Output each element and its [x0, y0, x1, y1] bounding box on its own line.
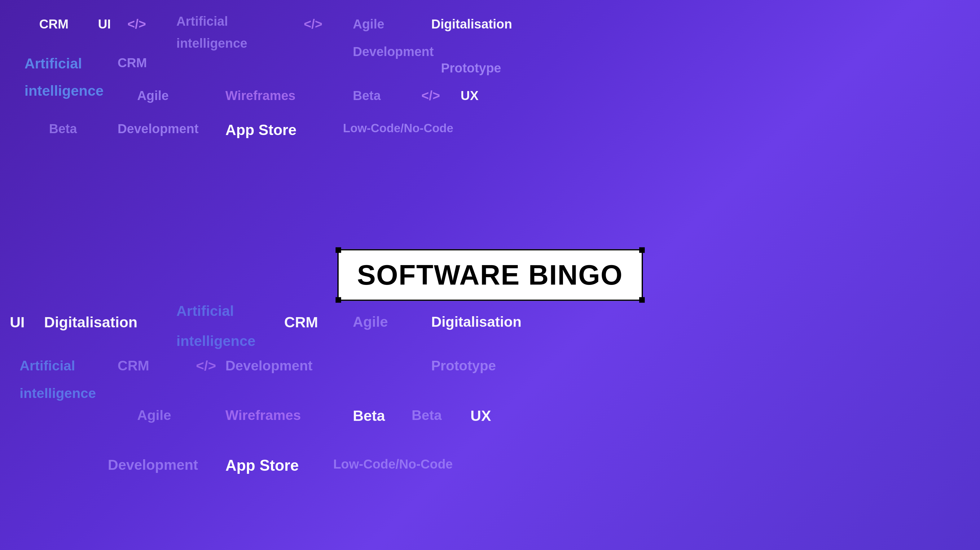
bg-word: Agile: [137, 407, 171, 424]
bg-word: Agile: [353, 16, 385, 32]
center-banner: SOFTWARE BINGO: [337, 249, 643, 301]
banner-title: SOFTWARE BINGO: [357, 259, 623, 291]
bg-word: CRM: [284, 313, 318, 331]
bg-word: UX: [470, 407, 491, 425]
bg-word: Prototype: [431, 358, 496, 374]
bg-word: UI: [98, 16, 111, 32]
bg-word: Digitalisation: [431, 16, 512, 32]
bg-word: CRM: [118, 358, 150, 374]
bg-word: Beta: [353, 88, 381, 103]
bg-word: Artificial: [19, 358, 75, 374]
bg-word: Low-Code/No-Code: [333, 456, 453, 472]
bg-word: Beta: [49, 121, 77, 137]
bg-word: Low-Code/No-Code: [343, 121, 453, 135]
bg-word: App Store: [225, 456, 299, 475]
bg-word: Agile: [137, 88, 169, 103]
bg-word: Artificial: [176, 14, 228, 29]
bg-word: Wireframes: [225, 88, 295, 103]
bg-word: Agile: [353, 313, 388, 331]
bg-word: UI: [10, 313, 25, 331]
bg-word: Artificial: [176, 302, 234, 320]
bg-word: Artificial: [24, 55, 82, 73]
bg-word: Beta: [353, 407, 385, 425]
bg-word: Wireframes: [225, 407, 301, 424]
bg-word: Digitalisation: [44, 313, 137, 331]
bg-word: Development: [108, 456, 198, 474]
bg-word: </>: [304, 16, 323, 32]
bg-word: intelligence: [24, 83, 103, 100]
bg-word: intelligence: [176, 332, 255, 350]
bg-word: App Store: [225, 121, 296, 139]
bg-word: </>: [196, 358, 216, 374]
bg-word: Beta: [412, 407, 442, 424]
bg-word: intelligence: [176, 36, 247, 51]
bg-word: intelligence: [19, 385, 96, 402]
bg-word: CRM: [118, 55, 147, 71]
bg-word: CRM: [39, 16, 69, 32]
bg-word: Prototype: [441, 60, 501, 76]
bg-word: UX: [461, 88, 479, 103]
bg-word: Development: [225, 358, 312, 374]
bg-word: Digitalisation: [431, 313, 522, 331]
bg-word: </>: [127, 16, 146, 32]
bg-word: Development: [118, 121, 199, 137]
corner-bl: [336, 297, 341, 303]
bg-word: </>: [422, 88, 440, 103]
bg-word: Development: [353, 44, 434, 59]
corner-br: [639, 297, 645, 303]
